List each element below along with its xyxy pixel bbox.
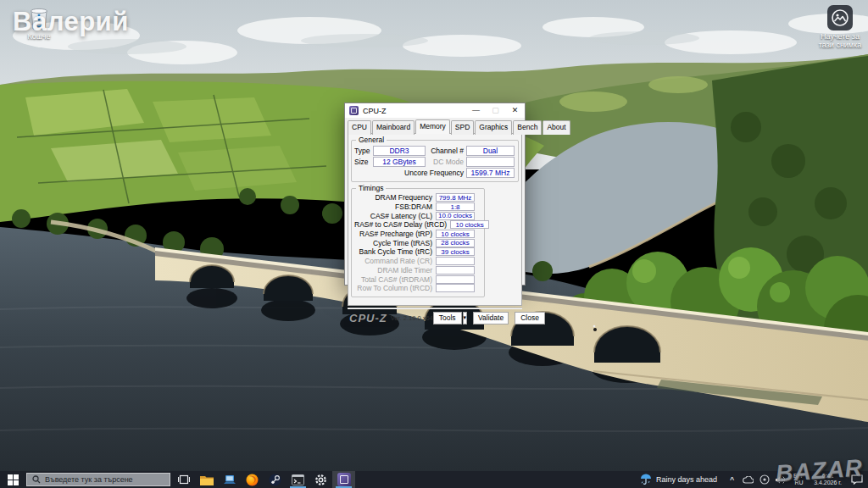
file-explorer-icon [200, 474, 214, 485]
cpuz-taskbar-icon [337, 473, 351, 486]
tab-graphics[interactable]: Graphics [475, 120, 512, 135]
taskbar-firefox[interactable] [241, 471, 264, 488]
onedrive-icon[interactable] [742, 476, 754, 484]
footer-bar: CPU-Z Ver. 2.19.0.x64 Tools ▾ Validate C… [345, 309, 525, 324]
timing-label: Bank Cycle Time (tRC) [354, 247, 436, 256]
uncore-value: 1599.7 MHz [466, 168, 515, 178]
search-icon [32, 475, 41, 484]
uncore-label: Uncore Frequency [354, 169, 466, 177]
search-input[interactable]: Въведете тук за търсене [26, 473, 170, 486]
timing-label: Cycle Time (tRAS) [354, 239, 436, 247]
timings-group: Timings DRAM Frequency799.8 MHz FSB:DRAM… [351, 188, 485, 297]
timing-label: FSB:DRAM [354, 202, 436, 211]
minimize-button[interactable]: — [466, 103, 486, 118]
maximize-button: ▢ [486, 103, 505, 118]
timing-value: 39 clocks [436, 247, 475, 256]
timing-label: RAS# Precharge (tRP) [354, 230, 436, 238]
timing-value [436, 257, 475, 265]
desktop: Кошче Валерий Научете за тази снимка CPU… [0, 0, 868, 488]
timing-value: 28 clocks [436, 239, 475, 247]
taskbar-file-explorer[interactable] [195, 471, 218, 488]
timing-label: Total CAS# (tRDRAM) [354, 275, 436, 284]
windows-logo-icon [8, 474, 19, 485]
timing-label: DRAM Frequency [354, 193, 436, 202]
timing-label: DRAM Idle Timer [354, 266, 436, 274]
window-title: CPU-Z [363, 107, 387, 115]
timing-label: CAS# Latency (CL) [354, 212, 436, 220]
tab-spd[interactable]: SPD [451, 120, 474, 135]
timing-value [436, 284, 475, 292]
taskbar-settings[interactable] [309, 471, 332, 488]
version-text: Ver. 2.19.0.x64 [391, 314, 433, 322]
memory-tab-page: General Type DDR3 Channel # Dual Size 12… [348, 133, 522, 306]
timing-value [436, 275, 475, 284]
close-window-button[interactable]: Close [515, 312, 545, 324]
taskbar-steam[interactable] [264, 471, 287, 488]
laptop-icon [223, 474, 236, 485]
search-placeholder: Въведете тук за търсене [45, 475, 133, 484]
timings-group-title: Timings [356, 184, 386, 192]
timing-value: 1:8 [436, 202, 475, 211]
channel-value: Dual [466, 146, 515, 156]
spotlight-label-line2: тази снимка [819, 41, 861, 49]
taskbar-pc-app[interactable] [218, 471, 241, 488]
tab-cpu[interactable]: CPU [348, 120, 371, 135]
tab-about[interactable]: About [542, 120, 570, 135]
close-button[interactable]: ✕ [505, 103, 525, 118]
cpuz-app-icon [349, 106, 359, 115]
type-value: DDR3 [373, 146, 426, 156]
timing-value [436, 266, 475, 274]
cpuz-window: CPU-Z — ▢ ✕ CPU Mainboard Memory SPD Gra… [344, 103, 526, 286]
taskbar-cpuz[interactable] [332, 471, 355, 488]
tab-bench[interactable]: Bench [513, 120, 542, 135]
spotlight-label-line1: Научете за [821, 32, 860, 41]
tools-dropdown-arrow[interactable]: ▾ [463, 312, 468, 324]
task-view-icon [178, 474, 190, 485]
user-watermark: Валерий [13, 7, 129, 37]
hidden-icons-chevron[interactable]: ^ [726, 475, 738, 484]
tab-mainboard[interactable]: Mainboard [372, 120, 415, 135]
steam-icon [269, 474, 281, 486]
timing-label: Command Rate (CR) [354, 257, 436, 265]
dc-mode-value [466, 157, 515, 167]
tools-button[interactable]: Tools [433, 312, 462, 324]
cpuz-logo: CPU-Z [349, 312, 387, 324]
gear-icon [314, 474, 327, 486]
taskbar-terminal[interactable] [287, 471, 309, 488]
start-button[interactable] [0, 471, 25, 488]
spotlight-desktop-icon[interactable]: Научете за тази снимка [815, 5, 865, 49]
timing-label: Row To Column (tRCD) [354, 284, 436, 292]
weather-widget[interactable]: Rainy days ahead [637, 474, 724, 485]
channel-label: Channel # [426, 147, 466, 155]
tab-memory[interactable]: Memory [415, 119, 450, 134]
firefox-icon [246, 474, 259, 486]
task-view-button[interactable] [172, 471, 195, 488]
taskbar: Въведете тук за търсене [0, 471, 868, 488]
timing-label: RAS# to CAS# Delay (tRCD) [354, 220, 450, 229]
tab-bar: CPU Mainboard Memory SPD Graphics Bench … [345, 118, 525, 134]
tray-app-icon[interactable] [758, 474, 771, 485]
size-value: 12 GBytes [373, 157, 426, 167]
weather-text: Rainy days ahead [656, 475, 717, 484]
general-group-title: General [356, 136, 387, 144]
validate-button[interactable]: Validate [473, 312, 509, 324]
dc-mode-label: DC Mode [426, 158, 466, 166]
timing-value: 10 clocks [436, 230, 475, 238]
timing-value: 799.8 MHz [436, 193, 475, 202]
type-label: Type [354, 147, 373, 155]
general-group: General Type DDR3 Channel # Dual Size 12… [351, 140, 519, 182]
title-bar[interactable]: CPU-Z — ▢ ✕ [345, 103, 525, 118]
timing-value: 10.0 clocks [436, 212, 475, 220]
size-label: Size [354, 158, 373, 166]
umbrella-rain-icon [640, 474, 652, 485]
timing-value: 10 clocks [450, 220, 489, 229]
picture-icon [827, 5, 853, 30]
terminal-icon [292, 474, 304, 485]
